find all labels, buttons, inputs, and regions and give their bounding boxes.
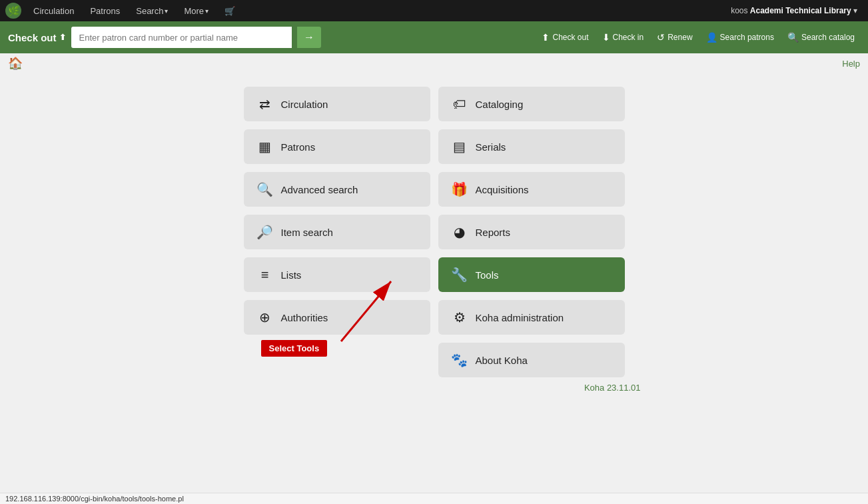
more-dropdown-arrow: ▾ [205,7,209,15]
grid-item-search[interactable]: 🔎 Item search [244,215,430,249]
version-text: Koha 23.11.01 [584,383,641,393]
action-renew-button[interactable]: ↺ Renew [651,29,697,45]
search-catalog-icon: 🔍 [787,32,799,43]
nav-circulation[interactable]: Circulation [27,0,81,21]
renew-icon: ↺ [657,32,665,43]
circulation-icon: ⇄ [256,96,274,112]
cart-icon: 🛒 [224,6,235,16]
action-search-catalog-button[interactable]: 🔍 Search catalog [782,29,860,45]
grid-tools[interactable]: 🔧 Tools [438,257,625,292]
tools-icon: 🔧 [450,267,469,283]
advanced-search-icon: 🔍 [256,181,274,197]
home-icon[interactable]: 🏠 [8,56,23,71]
grid-authorities[interactable]: ⊕ Authorities [244,300,430,335]
item-search-icon: 🔎 [256,224,274,240]
grid-cataloging[interactable]: 🏷 Cataloging [438,87,625,121]
grid-serials[interactable]: ▤ Serials [438,129,625,164]
action-search-patrons-button[interactable]: 👤 Search patrons [701,29,779,45]
checkout-label: Check out ⬆ [8,32,66,43]
grid-acquisitions[interactable]: 🎁 Acquisitions [438,172,625,207]
checkout-bar: Check out ⬆ → ⬆ Check out ⬇ Check in ↺ R… [0,21,868,53]
grid-about-koha[interactable]: 🐾 About Koha [438,343,625,377]
module-grid: ⇄ Circulation 🏷 Cataloging ▦ Patrons ▤ S… [244,87,625,377]
reports-icon: ◕ [450,224,469,240]
nav-patrons[interactable]: Patrons [83,0,127,21]
nav-cart[interactable]: 🛒 [218,0,242,21]
action-checkout-button[interactable]: ⬆ Check out [536,29,594,45]
search-patrons-icon: 👤 [706,32,717,43]
checkin-icon: ⬇ [602,32,610,43]
main-content: ⇄ Circulation 🏷 Cataloging ▦ Patrons ▤ S… [0,73,868,411]
about-koha-icon: 🐾 [450,352,469,368]
help-link[interactable]: Help [842,59,860,69]
patrons-icon: ▦ [256,139,274,155]
grid-koha-admin[interactable]: ⚙ Koha administration [438,300,625,335]
nav-search[interactable]: Search ▾ [129,0,175,21]
logo-icon: 🌿 [8,5,19,16]
toolbar-actions: ⬆ Check out ⬇ Check in ↺ Renew 👤 Search … [536,29,860,45]
nav-more[interactable]: More ▾ [177,0,215,21]
search-dropdown-arrow: ▾ [165,7,168,15]
patron-search-input[interactable] [71,27,292,48]
authorities-icon: ⊕ [256,309,274,325]
checkout-go-button[interactable]: → [297,27,321,48]
action-checkin-button[interactable]: ⬇ Check in [597,29,650,45]
serials-icon: ▤ [450,139,469,155]
grid-circulation[interactable]: ⇄ Circulation [244,87,430,121]
koha-logo[interactable]: 🌿 [5,3,21,19]
version-row: Koha 23.11.01 [228,377,641,398]
checkout-icon: ⬆ [542,32,550,43]
grid-patrons[interactable]: ▦ Patrons [244,129,430,164]
grid-advanced-search[interactable]: 🔍 Advanced search [244,172,430,207]
user-dropdown-arrow[interactable]: ▾ [853,6,857,15]
grid-reports[interactable]: ◕ Reports [438,215,625,249]
cataloging-icon: 🏷 [450,97,469,112]
acquisitions-icon: 🎁 [450,181,469,197]
lists-icon: ≡ [256,267,274,283]
go-arrow-icon: → [304,31,314,43]
top-navigation: 🌿 Circulation Patrons Search ▾ More ▾ 🛒 … [0,0,868,21]
checkout-up-arrow-icon: ⬆ [59,33,66,42]
user-info: koos Academi Technical Library ▾ [725,6,863,15]
grid-lists[interactable]: ≡ Lists [244,257,430,292]
koha-admin-icon: ⚙ [450,309,469,325]
